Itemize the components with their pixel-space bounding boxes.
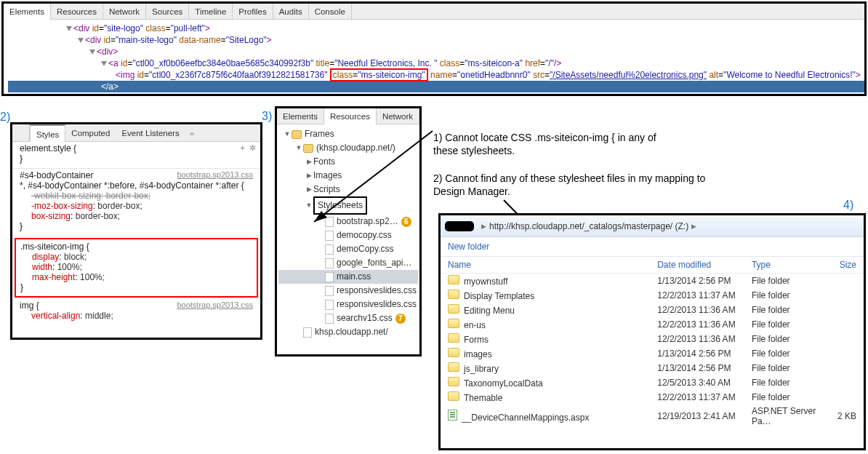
stylesheet-file[interactable]: democopy.css [278,228,418,242]
img-name: onetidHeadbnnr0 [460,70,527,80]
header-date[interactable]: Date modified [657,260,752,270]
tab-network[interactable]: Network [103,4,146,20]
column-headers[interactable]: Name Date modified Type Size [441,257,864,274]
stylesheet-file[interactable]: responsiveslides.css [278,284,418,298]
breadcrumb[interactable]: ▶ http://khsp.cloudapp.net/_catalogs/mas… [441,215,864,237]
annotation-1: 1) Cannot locate CSS .ms-siteicon-img { … [433,131,680,157]
devtools-tab-bar: Elements Resources Network Sources Timel… [4,4,864,20]
list-item[interactable]: Editing Menu12/2/2013 11:36 AMFile folde… [441,303,864,317]
command-bar: New folder [441,237,864,257]
a-href: / [548,58,550,68]
subtab-computed[interactable]: Computed [65,124,116,142]
img-id: ctl00_x236f7c875f6c40faa0f3912821581736 [152,70,324,80]
source-link[interactable]: bootstrap.sp2013.css [177,170,256,179]
list-item[interactable]: TaxonomyLocalData12/5/2013 3:40 AMFile f… [441,375,864,390]
devtools-resources-panel: Elements Resources Network ▼Frames ▼(khs… [275,106,422,357]
stylesheet-file[interactable]: responsiveslides.css [278,298,418,311]
folder-icon [303,144,313,153]
dom-tree[interactable]: <div id="site-logo" class="pull-left"> <… [4,20,864,92]
highlighted-rule-siteicon: .ms-siteicon-img { display: block; width… [15,238,258,298]
stylesheet-file[interactable]: main.css [278,270,418,284]
img-alt: Welcome to Needful Electronics! [726,70,852,80]
style-rule-bodycontainer: bootstrap.sp2013.css #s4-bodyContainer *… [12,169,260,236]
gear-icon[interactable]: ✲ [249,143,256,152]
stylesheet-file[interactable]: searchv15.css7 [278,311,418,325]
a-id: ctl00_xf0b06eefbc384e0bae5685c340992f3b [136,58,310,68]
tab-profiles[interactable]: Profiles [233,4,273,20]
panel-number-2: 2) [0,111,10,124]
stylesheet-file[interactable]: bootstrap.sp2…6 [278,215,418,228]
list-item[interactable]: __DeviceChannelMappings.aspx12/19/2013 2… [441,405,864,428]
list-item[interactable]: js_library1/13/2014 2:56 PMFile folder [441,361,864,375]
tab-console[interactable]: Console [309,4,352,20]
redacted-icon [445,221,474,231]
style-rule-img: bootstrap.sp2013.css img { vertical-alig… [12,299,260,325]
tab-sources[interactable]: Sources [146,4,189,20]
file-explorer-panel: ▶ http://khsp.cloudapp.net/_catalogs/mas… [438,213,866,450]
resources-tab-bar: Elements Resources Network [277,108,419,124]
subtab-event-listeners[interactable]: Event Listeners [116,124,185,142]
header-name[interactable]: Name [448,260,657,270]
folder-icon [292,130,302,139]
tab-elements[interactable]: Elements [277,108,324,124]
file-icon [303,327,312,338]
file-list: myownstuff1/13/2014 2:56 PMFile folderDi… [441,274,864,428]
annotation-2: 2) Cannot find any of these stylesheet f… [433,172,710,198]
stylesheets-node[interactable]: Stylesheets [313,196,367,215]
devtools-elements-panel: Elements Resources Network Sources Timel… [1,1,867,96]
tab-audits[interactable]: Audits [273,4,309,20]
subtab-styles[interactable]: Styles [30,124,65,142]
panel-number-3: 3) [262,110,272,123]
panel-number-4: 4) [843,199,853,212]
header-type[interactable]: Type [752,260,829,270]
style-rule-element: + ✲ element.style { } [12,142,260,169]
selected-dom-line[interactable]: </a> [8,81,864,92]
breadcrumb-url: http://khsp.cloudapp.net/_catalogs/maste… [489,221,688,231]
tab-resources[interactable]: Resources [51,4,103,20]
new-folder-button[interactable]: New folder [448,242,489,252]
stylesheet-file[interactable]: demoCopy.css [278,242,418,256]
tab-elements[interactable]: Elements [4,4,51,20]
list-item[interactable]: Themable12/2/2013 11:37 AMFile folder [441,390,864,405]
list-item[interactable]: en-us12/2/2013 11:36 AMFile folder [441,317,864,332]
img-src: /SiteAssets/needful%20electronics.png [552,70,703,80]
list-item[interactable]: Forms12/2/2013 11:36 AMFile folder [441,332,864,346]
header-size[interactable]: Size [829,260,856,270]
tab-resources[interactable]: Resources [324,108,377,124]
styles-subtab-bar: Styles Computed Event Listeners » [12,124,260,142]
list-item[interactable]: images1/13/2014 2:56 PMFile folder [441,346,864,361]
stylesheet-file[interactable]: google_fonts_api… [278,256,418,270]
a-class: ms-siteicon-a [467,58,519,68]
tab-network[interactable]: Network [377,108,419,124]
source-link[interactable]: bootstrap.sp2013.css [177,300,256,309]
add-rule-icon[interactable]: + [240,143,244,152]
a-title: Needful Electronics, Inc. [337,58,434,68]
list-item[interactable]: myownstuff1/13/2014 2:56 PMFile folder [441,274,864,288]
tab-timeline[interactable]: Timeline [189,4,233,20]
chevron-right-icon[interactable]: » [185,129,198,138]
devtools-styles-panel: Styles Computed Event Listeners » + ✲ el… [10,122,262,340]
list-item[interactable]: Display Templates12/2/2013 11:37 AMFile … [441,288,864,303]
highlighted-class-attr: class="ms-siteicon-img" [330,68,428,81]
resources-tree[interactable]: ▼Frames ▼(khsp.cloudapp.net/) ▶Fonts ▶Im… [277,124,419,342]
